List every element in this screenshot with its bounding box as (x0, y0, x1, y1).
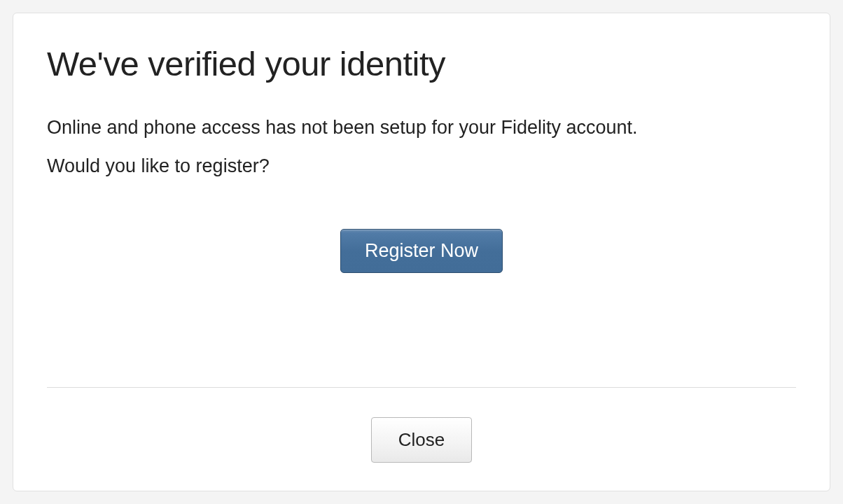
modal-message: Online and phone access has not been set… (47, 114, 796, 141)
modal-title: We've verified your identity (47, 44, 796, 83)
primary-action-container: Register Now (47, 229, 796, 273)
modal-question: Would you like to register? (47, 153, 796, 180)
register-now-button[interactable]: Register Now (340, 229, 503, 273)
secondary-action-container: Close (47, 417, 796, 463)
close-button[interactable]: Close (371, 417, 472, 463)
identity-verified-modal: We've verified your identity Online and … (13, 13, 830, 491)
divider (47, 387, 796, 388)
